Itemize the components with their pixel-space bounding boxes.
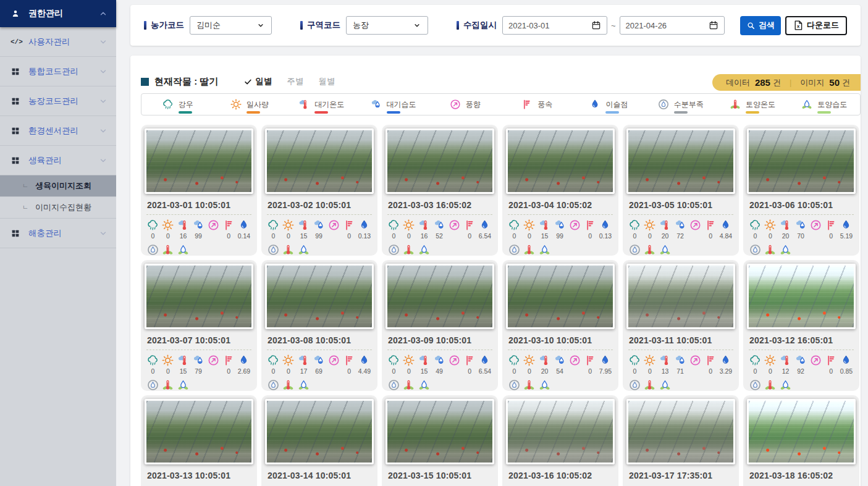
greenhouse-photo[interactable]: [265, 128, 374, 194]
greenhouse-photo[interactable]: [747, 264, 856, 329]
greenhouse-photo[interactable]: [265, 399, 374, 464]
wind-speed-icon: [463, 219, 476, 232]
farm-code-filter: 농가코드 김미순: [144, 16, 272, 35]
date-from-input[interactable]: 2021-03-01: [502, 16, 607, 35]
tab-weekly[interactable]: 주별: [287, 76, 303, 87]
greenhouse-photo[interactable]: [145, 399, 253, 464]
sensor-value-wind-speed: 0: [221, 219, 237, 240]
moisture-deficit-icon: [387, 379, 400, 391]
sidebar-item-user-mgmt[interactable]: </>사용자관리: [0, 27, 116, 57]
air-temperature-icon: [297, 219, 310, 232]
download-button[interactable]: 다운로드: [785, 16, 847, 35]
solar-radiation-icon: [764, 219, 777, 232]
sensor-values-row-1: 00159900.13: [261, 215, 377, 240]
solar-radiation-icon: [643, 219, 656, 232]
collect-date-label: 수집일시: [457, 20, 497, 31]
moisture-deficit-icon: [657, 98, 670, 111]
sidebar-subitem-growth-image-view[interactable]: ㄴ생육이미지조회: [0, 175, 116, 197]
calendar-icon[interactable]: [591, 20, 601, 30]
farm-code-select[interactable]: 김미순: [190, 16, 272, 35]
card-date: 2021-03-01 10:05:01: [147, 200, 251, 210]
code-icon: </>: [11, 38, 20, 46]
sensor-value-text: 15: [421, 367, 428, 375]
greenhouse-photo[interactable]: [747, 399, 856, 464]
sidebar-subitem-image-collect-status[interactable]: ㄴ이미지수집현황: [0, 197, 116, 219]
sensor-value-soil-humidity: 0: [175, 243, 191, 256]
sensor-value-text: 99: [315, 232, 322, 240]
crop-square-icon: [141, 78, 149, 86]
chevron-down-icon: [99, 229, 107, 238]
sensor-value-dew-point: 6.54: [478, 354, 493, 375]
greenhouse-photo[interactable]: [506, 128, 615, 194]
sidebar-item-growth-mgmt[interactable]: 생육관리: [0, 146, 116, 175]
sensor-value-moisture-deficit: 14.84: [507, 243, 522, 256]
search-button-label: 검색: [759, 20, 775, 31]
sensor-value-rain: 0: [627, 219, 643, 240]
rain-icon: [508, 219, 521, 232]
soil-temperature-icon: [764, 379, 777, 391]
greenhouse-photo[interactable]: [626, 128, 735, 194]
sidebar-item-farm-code-mgmt[interactable]: 농장코드관리: [0, 86, 116, 116]
sensor-value-air-humidity: 99: [552, 219, 568, 240]
sensor-value-air-temp: 13: [657, 354, 673, 375]
tab-daily[interactable]: 일별: [244, 76, 272, 87]
card-date: 2021-03-13 10:05:01: [147, 471, 251, 480]
sensor-value-solar: 0: [763, 219, 778, 240]
user-icon: [11, 9, 20, 19]
sensor-value-soil-temp: 0: [763, 243, 778, 256]
sensor-value-text: 0: [588, 232, 592, 240]
soil-humidity-icon: [779, 379, 792, 391]
sidebar-item-label: 권한관리: [28, 8, 63, 19]
sensor-value-wind-speed: 0: [221, 354, 237, 375]
sensor-value-text: 0: [227, 232, 230, 240]
soil-humidity-icon: [297, 379, 310, 391]
sensor-value-text: 0: [287, 367, 290, 375]
sensor-value-text: 71: [676, 367, 684, 375]
card-date: 2021-03-06 10:05:01: [749, 200, 853, 210]
sidebar-item-env-sensor-mgmt[interactable]: 환경센서관리: [0, 116, 116, 146]
air-humidity-icon: [794, 219, 807, 232]
sensor-value-text: 0: [633, 367, 636, 375]
greenhouse-photo[interactable]: [265, 264, 374, 329]
solar-radiation-icon: [161, 219, 174, 232]
air-humidity-icon: [554, 354, 567, 367]
date-to-input[interactable]: 2021-04-26: [620, 16, 725, 35]
sensor-value-soil-humidity: 0: [296, 243, 311, 256]
greenhouse-photo[interactable]: [626, 264, 735, 329]
calendar-icon[interactable]: [709, 20, 718, 30]
greenhouse-photo[interactable]: [145, 264, 253, 329]
image-card: 2021-03-16 10:05:02: [502, 395, 618, 486]
greenhouse-photo[interactable]: [506, 399, 615, 464]
data-count-value: 285: [755, 77, 770, 88]
dew-point-icon: [478, 354, 491, 367]
greenhouse-photo[interactable]: [386, 128, 494, 194]
wind-direction-icon: [327, 219, 340, 232]
greenhouse-photo[interactable]: [506, 264, 615, 329]
sensor-value-text: 0: [407, 232, 411, 240]
air-humidity-icon: [192, 219, 205, 232]
sensor-value-text: 0.13: [599, 232, 612, 240]
sidebar-item-permission-mgmt[interactable]: 권한관리: [0, 0, 116, 27]
zone-code-select[interactable]: 농장: [346, 16, 428, 35]
sensor-value-text: 0: [769, 232, 772, 240]
rain-icon: [508, 354, 521, 367]
greenhouse-photo[interactable]: [145, 128, 253, 194]
sensor-value-wind-speed: 0: [824, 354, 839, 375]
dew-point-icon: [358, 354, 371, 367]
sensor-value-rain: 0: [266, 219, 281, 240]
greenhouse-photo[interactable]: [386, 264, 494, 329]
tab-monthly[interactable]: 월별: [318, 76, 335, 87]
greenhouse-photo[interactable]: [747, 128, 856, 194]
greenhouse-photo[interactable]: [386, 399, 494, 464]
excel-download-icon: [793, 20, 803, 30]
search-button[interactable]: 검색: [740, 16, 781, 35]
legend-label: 토양온도: [746, 99, 775, 110]
greenhouse-photo[interactable]: [626, 399, 735, 464]
sensor-value-text: 0: [468, 367, 471, 375]
sensor-value-rain: 0: [627, 354, 643, 375]
sidebar-item-pest-mgmt[interactable]: 해충관리: [0, 219, 116, 248]
grid-icon: [11, 156, 20, 165]
sensor-value-moisture-deficit: 14.80: [627, 243, 643, 256]
sensor-value-moisture-deficit: 4.36: [386, 379, 402, 391]
sidebar-item-integrated-code-mgmt[interactable]: 통합코드관리: [0, 57, 116, 86]
